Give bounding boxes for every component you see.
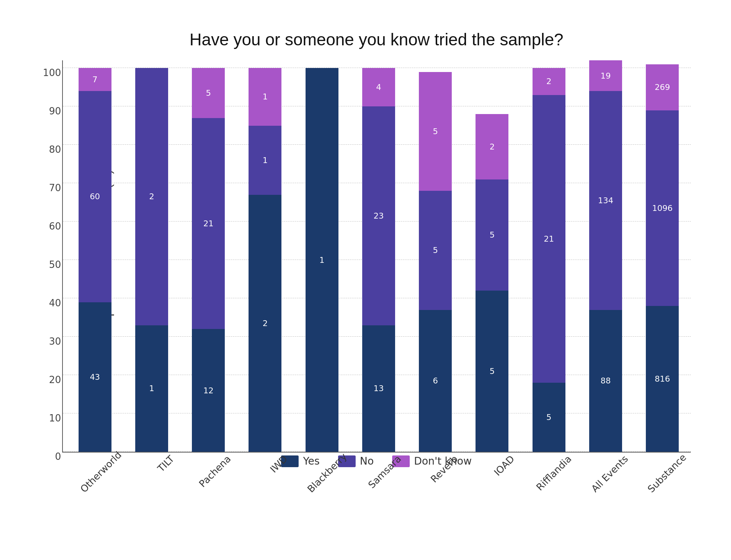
bar-stack: 8813419 xyxy=(589,60,622,452)
bar-column: 8813419All Events xyxy=(586,60,626,452)
legend-item-dontknow: Don't know xyxy=(392,455,472,467)
legend-label-yes: Yes xyxy=(303,455,319,467)
bar-column: 211IWD xyxy=(245,60,285,452)
legend-label-no: No xyxy=(360,455,374,467)
bar-segment-no: 23 xyxy=(362,106,395,325)
bar-label-no: 1 xyxy=(262,156,268,165)
y-tick: 90 xyxy=(43,106,61,117)
bar-segment-dontknow: 2 xyxy=(476,114,508,179)
bar-column: 5212Rifflandia xyxy=(529,60,569,452)
bar-segment-no: 5 xyxy=(419,191,452,310)
y-tick: 50 xyxy=(43,259,61,270)
y-tick: 80 xyxy=(43,144,61,155)
bar-stack: 12 xyxy=(135,68,168,452)
bar-label-yes: 5 xyxy=(489,367,495,376)
y-tick: 0 xyxy=(43,451,61,462)
bar-segment-no: 134 xyxy=(589,91,622,310)
bar-label-no: 21 xyxy=(544,234,554,243)
y-tick: 70 xyxy=(43,182,61,193)
bar-label-dontknow: 2 xyxy=(489,142,495,151)
bar-segment-dontknow: 269 xyxy=(646,64,679,110)
y-tick: 10 xyxy=(43,413,61,424)
bar-segment-no: 1096 xyxy=(646,110,679,306)
bar-stack: 552 xyxy=(476,114,508,452)
bar-segment-no: 1 xyxy=(249,126,281,195)
bar-label-yes: 816 xyxy=(655,374,670,383)
bar-column: 8161096269Substance xyxy=(642,60,682,452)
bars-group: 43607Otherworld12TILT12215Pachena211IWD1… xyxy=(67,60,691,452)
bar-segment-no: 21 xyxy=(533,95,565,383)
bar-label-yes: 1 xyxy=(149,384,154,393)
bar-label-dontknow: 269 xyxy=(655,83,670,92)
bar-segment-no: 5 xyxy=(476,179,508,291)
bar-label-dontknow: 5 xyxy=(433,127,438,136)
y-tick: 40 xyxy=(43,298,61,309)
bar-label-yes: 88 xyxy=(601,376,611,385)
bar-stack: 211 xyxy=(249,68,281,452)
chart-area: Proportion of Service Users (%) 43607Oth… xyxy=(62,60,691,444)
bar-column: 1Blackberry xyxy=(302,60,342,452)
bar-label-no: 21 xyxy=(203,219,213,228)
y-tick: 30 xyxy=(43,336,61,347)
bar-stack: 13234 xyxy=(362,68,395,452)
bar-label-dontknow: 5 xyxy=(206,88,211,98)
bar-label-yes: 13 xyxy=(374,384,384,393)
bar-segment-dontknow: 5 xyxy=(419,72,452,191)
bar-label-dontknow: 4 xyxy=(376,83,381,92)
bar-label-yes: 1 xyxy=(319,256,325,265)
bar-segment-yes: 5 xyxy=(476,291,508,452)
bar-stack: 5212 xyxy=(533,68,565,452)
bar-label-yes: 5 xyxy=(546,413,552,422)
bar-segment-yes: 1 xyxy=(306,68,338,452)
bar-column: 552IOAD xyxy=(472,60,512,452)
bar-segment-yes: 2 xyxy=(249,195,281,452)
bar-label-no: 1096 xyxy=(652,204,673,213)
bar-segment-yes: 816 xyxy=(646,306,679,452)
bar-column: 12TILT xyxy=(132,60,172,452)
bar-segment-yes: 12 xyxy=(192,329,225,452)
bar-segment-yes: 5 xyxy=(533,383,565,452)
bar-stack: 43607 xyxy=(79,68,111,452)
bar-segment-dontknow: 19 xyxy=(589,60,622,91)
bar-stack: 655 xyxy=(419,72,452,452)
bar-label-yes: 12 xyxy=(203,386,213,395)
bar-segment-yes: 6 xyxy=(419,310,452,452)
bar-segment-dontknow: 5 xyxy=(192,68,225,118)
bar-label-dontknow: 19 xyxy=(601,71,611,80)
bar-segment-dontknow: 4 xyxy=(362,68,395,106)
bar-segment-no: 21 xyxy=(192,118,225,329)
y-tick: 100 xyxy=(43,67,61,78)
bar-segment-yes: 88 xyxy=(589,310,622,452)
bar-label-dontknow: 7 xyxy=(92,75,98,84)
bar-column: 43607Otherworld xyxy=(75,60,115,452)
bar-label-no: 134 xyxy=(598,196,613,205)
bar-label-no: 2 xyxy=(149,192,154,201)
bar-segment-yes: 13 xyxy=(362,325,395,452)
bar-segment-no: 60 xyxy=(79,91,111,302)
bar-label-yes: 6 xyxy=(433,376,438,385)
bar-stack: 12215 xyxy=(192,68,225,452)
bar-column: 655Reverb xyxy=(415,60,455,452)
bar-segment-no: 2 xyxy=(135,68,168,325)
bar-label-no: 60 xyxy=(90,192,100,201)
plot-area: 43607Otherworld12TILT12215Pachena211IWD1… xyxy=(62,60,691,453)
bar-column: 13234Samsara xyxy=(359,60,399,452)
bar-stack: 8161096269 xyxy=(646,64,679,452)
bar-label-no: 5 xyxy=(489,230,495,239)
bar-segment-yes: 43 xyxy=(79,302,111,452)
y-tick: 60 xyxy=(43,221,61,232)
bar-segment-dontknow: 1 xyxy=(249,68,281,126)
bar-label-yes: 43 xyxy=(90,372,100,382)
bar-label-no: 23 xyxy=(374,211,384,220)
bar-segment-yes: 1 xyxy=(135,325,168,452)
bar-label-dontknow: 1 xyxy=(262,92,268,101)
bar-segment-dontknow: 7 xyxy=(79,68,111,91)
bar-label-no: 5 xyxy=(433,246,438,255)
y-tick: 20 xyxy=(43,374,61,385)
bar-stack: 1 xyxy=(306,68,338,452)
chart-container: Have you or someone you know tried the s… xyxy=(18,15,713,545)
chart-title: Have you or someone you know tried the s… xyxy=(62,30,691,49)
bar-label-yes: 2 xyxy=(262,319,268,328)
bar-segment-dontknow: 2 xyxy=(533,68,565,95)
bar-label-dontknow: 2 xyxy=(546,77,552,86)
